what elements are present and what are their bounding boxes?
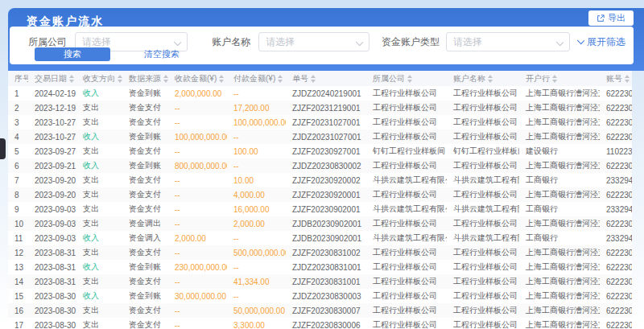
cell-direction: 支出 bbox=[76, 216, 122, 231]
table-row: 92023-09-03支出资金支付--16,000.00ZJZF20230902… bbox=[8, 202, 632, 216]
cell-income: 30,000,000.00 bbox=[168, 289, 227, 303]
cell-company: 工程行业样板公司 bbox=[366, 245, 447, 260]
column-header[interactable]: 开户行 bbox=[519, 71, 600, 86]
cell-bank: 上海工商银行漕河泾支行 bbox=[519, 187, 600, 202]
column-header-label: 付款金额(¥) bbox=[233, 74, 275, 83]
cell-account-no: 622230111 bbox=[600, 158, 632, 173]
cell-bank: 上海工商银行漕河泾支行 bbox=[519, 101, 600, 115]
column-header[interactable]: 账户名称 bbox=[447, 71, 519, 86]
cell-account-no: 622230111 bbox=[600, 187, 632, 202]
cell-account-name: 工程行业样板公司 bbox=[447, 86, 519, 101]
cell-company: 工程行业样板公司 bbox=[366, 101, 447, 115]
cell-no: 11 bbox=[8, 231, 28, 245]
table-row: 172023-08-30支出资金支付--3,300.00ZJZF20230830… bbox=[8, 318, 632, 329]
expand-filters-link[interactable]: 展开筛选 bbox=[578, 35, 625, 49]
filter-label-account-name: 账户名称 bbox=[212, 35, 250, 49]
cell-account-name: 斗拱云建筑工程有限公司 bbox=[447, 202, 519, 216]
cell-company: 工程行业样板公司 bbox=[366, 86, 447, 101]
export-button[interactable]: 导出 bbox=[588, 10, 634, 26]
cell-bank: 上海工商银行漕河泾支行 bbox=[519, 274, 600, 289]
column-header[interactable]: 收支方向 bbox=[76, 71, 122, 86]
cell-direction: 支出 bbox=[76, 115, 122, 130]
sort-icon[interactable] bbox=[163, 75, 168, 83]
cell-no: 1 bbox=[8, 86, 28, 101]
export-button-label: 导出 bbox=[608, 12, 625, 24]
column-header[interactable]: 数据来源 bbox=[122, 71, 168, 86]
account-name-select[interactable] bbox=[258, 32, 369, 51]
cell-source: 资金到账 bbox=[122, 289, 168, 303]
table-row: 162023-08-30支出资金支付--50,000,000.00ZJZF202… bbox=[8, 303, 632, 318]
cell-order-no: ZJZF20230920002 bbox=[286, 173, 366, 187]
side-drawer-handle[interactable] bbox=[0, 138, 6, 159]
cell-company: 钉钉工程行业样板间 bbox=[366, 144, 447, 158]
cell-income: 800,000,000.00 bbox=[168, 158, 227, 173]
cell-account-no: 622230111 bbox=[600, 245, 632, 260]
sort-icon[interactable] bbox=[118, 75, 122, 83]
cell-payment: 4,000.00 bbox=[227, 187, 286, 202]
table-row: 112023-09-03收入资金调入2,000.00--ZJDB20230902… bbox=[8, 231, 632, 245]
cell-date: 2023-09-03 bbox=[28, 202, 76, 216]
cell-date: 2023-10-27 bbox=[28, 130, 76, 144]
account-type-select-input[interactable] bbox=[447, 33, 569, 51]
column-header-label: 序号 bbox=[14, 74, 28, 83]
sort-icon[interactable] bbox=[69, 75, 74, 83]
cell-bank: 上海工商银行漕河泾支行 bbox=[519, 115, 600, 130]
table-row: 32023-10-27支出资金支付--100,000,000.00ZJZF202… bbox=[8, 115, 632, 130]
cell-account-name: 斗拱云建筑工程有限公司 bbox=[447, 173, 519, 187]
cell-source: 资金调出 bbox=[122, 216, 168, 231]
cell-direction: 收入 bbox=[76, 260, 122, 274]
sort-icon[interactable] bbox=[219, 75, 224, 83]
column-header[interactable]: 单号 bbox=[286, 71, 366, 86]
column-header[interactable]: 账号 bbox=[600, 71, 632, 86]
cell-company: 工程行业样板公司 bbox=[366, 260, 447, 274]
filter-actions: 搜索 清空搜索 bbox=[10, 47, 180, 61]
sort-icon[interactable] bbox=[278, 75, 283, 83]
column-header[interactable]: 付款金额(¥) bbox=[227, 71, 286, 86]
cell-order-no: ZJZF20230830007 bbox=[286, 303, 366, 318]
cell-order-no: ZJDZ20230831001 bbox=[286, 260, 366, 274]
sort-icon[interactable] bbox=[552, 75, 557, 83]
cell-direction: 支出 bbox=[76, 303, 122, 318]
cell-direction: 支出 bbox=[76, 274, 122, 289]
account-name-select-input[interactable] bbox=[259, 33, 369, 51]
cell-no: 5 bbox=[8, 144, 28, 158]
column-header[interactable]: 交易日期 bbox=[28, 71, 76, 86]
sort-icon[interactable] bbox=[625, 75, 630, 83]
cell-account-name: 工程行业样板公司 bbox=[447, 158, 519, 173]
cell-direction: 支出 bbox=[76, 173, 122, 187]
cell-date: 2023-08-30 bbox=[28, 318, 76, 329]
table-row: 62023-09-21收入资金到账800,000,000.00--ZJDZ202… bbox=[8, 158, 632, 173]
filter-label-company: 所属公司 bbox=[28, 35, 67, 49]
column-header[interactable]: 所属公司 bbox=[366, 71, 447, 86]
cell-account-no: 233294994 bbox=[600, 231, 632, 245]
cell-account-no: 622230111 bbox=[600, 115, 632, 130]
cell-bank: 工商银行 bbox=[519, 173, 600, 187]
cell-account-name: 工程行业样板公司 bbox=[447, 245, 519, 260]
cell-company: 工程行业样板公司 bbox=[366, 130, 447, 144]
search-button[interactable]: 搜索 bbox=[35, 47, 110, 61]
column-header[interactable]: 收款金额(¥) bbox=[168, 71, 227, 86]
sort-icon[interactable] bbox=[407, 75, 412, 83]
cell-income: 230,000,000.00 bbox=[168, 260, 227, 274]
cell-bank: 上海工商银行漕河泾支行 bbox=[519, 86, 600, 101]
column-header-label: 收支方向 bbox=[83, 74, 115, 83]
cell-no: 4 bbox=[8, 130, 28, 144]
cell-payment: 2,000.00 bbox=[227, 216, 286, 231]
cell-no: 15 bbox=[8, 289, 28, 303]
sort-icon[interactable] bbox=[488, 75, 493, 83]
cell-direction: 支出 bbox=[76, 202, 122, 216]
cell-date: 2023-09-21 bbox=[28, 158, 76, 173]
cell-order-no: ZJDZ20231027001 bbox=[286, 130, 366, 144]
cell-source: 资金支付 bbox=[122, 202, 168, 216]
account-type-select[interactable] bbox=[446, 32, 570, 51]
cell-no: 8 bbox=[8, 187, 28, 202]
clear-search-button[interactable]: 清空搜索 bbox=[144, 48, 180, 60]
cell-account-name: 工程行业样板公司 bbox=[447, 260, 519, 274]
sort-icon[interactable] bbox=[311, 75, 316, 83]
cell-order-no: ZJDZ20240219001 bbox=[286, 86, 366, 101]
cell-account-name: 钉钉工程行业样板间 bbox=[447, 144, 519, 158]
cell-direction: 支出 bbox=[76, 144, 122, 158]
cell-direction: 支出 bbox=[76, 101, 122, 115]
cell-source: 资金支付 bbox=[122, 173, 168, 187]
cell-payment: -- bbox=[227, 86, 286, 101]
